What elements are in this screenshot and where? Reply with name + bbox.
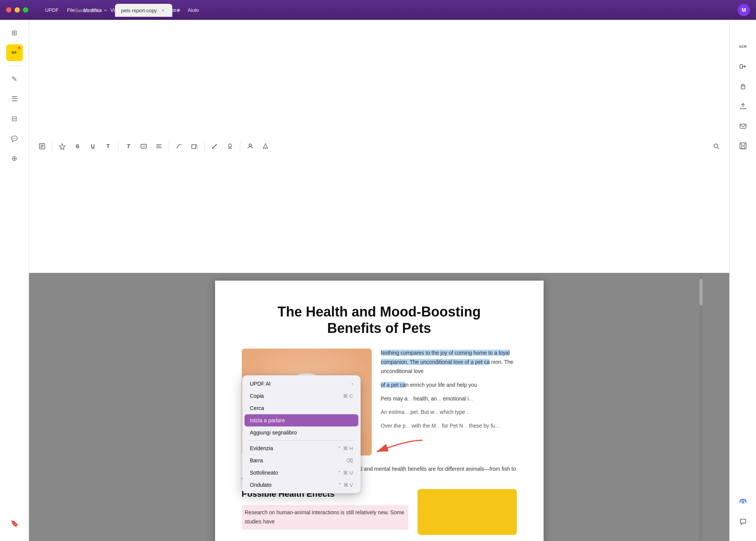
tab-senza-titolo[interactable]: Senza titolo ✏	[69, 4, 113, 17]
upload-icon	[739, 102, 747, 110]
sidebar-icon-bookmark[interactable]: 🔖	[6, 515, 23, 532]
toolbar-draw-btn[interactable]	[172, 139, 186, 153]
sidebar-icon-pages-list[interactable]: ☰	[6, 90, 23, 107]
submenu-arrow-icon: ›	[351, 381, 353, 386]
sidebar-icon-highlight[interactable]: ✏	[6, 44, 23, 61]
sidebar-icon-form[interactable]: ⊟	[6, 110, 23, 127]
context-item-ondulato[interactable]: Ondulato ⌃ ⌘ V	[244, 479, 358, 491]
toolbar-strikethrough-btn[interactable]: S	[71, 139, 84, 153]
context-label-sottolineato: Sottolineato	[250, 470, 278, 476]
context-item-updf-ai[interactable]: UPDF AI ›	[244, 378, 358, 390]
toolbar-pen-btn[interactable]	[208, 139, 222, 153]
toolbar-sep-5	[240, 141, 240, 152]
toolbar-stamp-btn[interactable]	[223, 139, 237, 153]
toolbar-underline-btn[interactable]: U	[86, 139, 100, 153]
bookmark-icon: 🔖	[10, 519, 19, 528]
sidebar-right-chat[interactable]	[735, 514, 751, 530]
underline-icon: U	[91, 143, 95, 149]
sidebar-right-convert[interactable]	[735, 58, 751, 75]
pages-icon: ⊞	[11, 29, 17, 37]
context-shortcut-sottolineato: ⌃ ⌘ U	[337, 470, 353, 476]
toolbar-sep-2	[118, 141, 118, 152]
context-shortcut-ondulato: ⌃ ⌘ V	[338, 482, 353, 488]
sidebar-icon-pages[interactable]: ⊞	[6, 24, 23, 41]
sidebar-right-email[interactable]	[735, 118, 751, 134]
edit-icon: ✏	[104, 8, 107, 13]
toolbar-text-btn[interactable]: T	[101, 139, 115, 153]
sidebar-right-upload[interactable]	[735, 98, 751, 115]
close-button[interactable]	[6, 7, 11, 13]
scrollbar-track[interactable]	[699, 273, 703, 541]
toolbar-note-btn[interactable]	[35, 139, 49, 153]
form-icon: ⊟	[11, 115, 17, 123]
sidebar-icon-comment[interactable]: 💬	[6, 130, 23, 147]
tabs-bar: Senza titolo ✏ pets report-copy × +	[69, 4, 184, 17]
highlighted-text-cont: of a pet ca	[381, 382, 406, 388]
svg-rect-9	[192, 145, 196, 149]
traffic-lights	[6, 7, 28, 13]
context-item-cerca[interactable]: Cerca	[244, 402, 358, 414]
context-item-aggiungi[interactable]: Aggiungi segnalibro	[244, 426, 358, 439]
context-menu: UPDF AI › Copia ⌘ C Cerca Inizia a parla…	[242, 375, 361, 493]
svg-line-10	[196, 144, 197, 148]
new-tab-button[interactable]: +	[174, 6, 184, 15]
strikethrough-icon: S	[76, 143, 79, 149]
context-shortcut-evidenzia: ⌃ ⌘ H	[337, 446, 353, 451]
context-shortcut-copia: ⌘ C	[343, 393, 353, 399]
doc-highlighted-para: Research on human-animal interactions is…	[242, 505, 408, 530]
doc-text-cont1: n enrich your life and help you	[406, 382, 477, 388]
doc-title: The Health and Mood-Boosting Benefits of…	[242, 304, 517, 336]
doc-viewport[interactable]: The Health and Mood-Boosting Benefits of…	[29, 273, 729, 541]
doc-paragraph-pets: Pets may a... health, an... emotional i.…	[381, 394, 517, 404]
toolbar-highlight-btn[interactable]	[55, 139, 69, 153]
context-item-sottolineato[interactable]: Sottolineato ⌃ ⌘ U	[244, 467, 358, 479]
menu-updf[interactable]: UPDF	[41, 6, 62, 15]
sidebar-icon-layers[interactable]: ⊕	[6, 150, 23, 167]
sidebar-right-save[interactable]	[735, 137, 751, 154]
toolbar-user-btn[interactable]	[243, 139, 257, 153]
minimize-button[interactable]	[15, 7, 20, 13]
svg-point-12	[228, 144, 231, 147]
sidebar-right-lock[interactable]	[735, 78, 751, 95]
maximize-button[interactable]	[23, 7, 28, 13]
profile-avatar[interactable]: M	[738, 4, 750, 16]
context-item-evidenzia[interactable]: Evidenzia ⌃ ⌘ H	[244, 442, 358, 454]
sidebar-right-ocr[interactable]: OCR	[735, 38, 751, 55]
tab-close-button[interactable]: ×	[160, 7, 166, 13]
arrow-indicator	[369, 436, 430, 461]
sidebar-icon-edit[interactable]: ✎	[6, 71, 23, 87]
svg-point-11	[212, 147, 214, 149]
context-item-barra[interactable]: Barra ⌫	[244, 454, 358, 467]
context-item-inizia[interactable]: Inizia a parlare	[244, 414, 358, 426]
toolbar-align-btn[interactable]	[152, 139, 166, 153]
toolbar-search-btn[interactable]	[709, 139, 723, 153]
rainbow-icon	[739, 498, 747, 506]
svg-point-14	[714, 144, 718, 148]
sidebar-right-rainbow[interactable]	[735, 494, 751, 510]
context-label-evidenzia: Evidenzia	[250, 445, 273, 451]
scrollbar-thumb[interactable]	[699, 279, 703, 305]
toolbar: S U T T	[29, 20, 729, 273]
toolbar-color-btn[interactable]	[259, 139, 272, 153]
yellow-image-box	[418, 489, 517, 535]
toolbar-sep-3	[169, 141, 169, 152]
context-label-aggiungi: Aggiungi segnalibro	[250, 430, 297, 436]
menu-aiuto[interactable]: Aiuto	[184, 6, 203, 15]
svg-rect-39	[741, 86, 745, 89]
highlight-icon: ✏	[11, 48, 17, 57]
context-label-cerca: Cerca	[250, 405, 264, 411]
text2-icon: T	[127, 143, 130, 149]
notification-dot	[18, 47, 21, 49]
comment-icon: 💬	[11, 136, 18, 142]
ocr-icon: OCR	[739, 45, 747, 48]
context-label-copia: Copia	[250, 393, 264, 399]
lock-icon	[739, 82, 747, 90]
toolbar-text2-btn[interactable]: T	[121, 139, 135, 153]
doc-paragraph-1: An estima... pet. But w... which type...	[381, 408, 517, 417]
toolbar-shape-btn[interactable]	[188, 139, 201, 153]
convert-icon	[739, 63, 747, 70]
pages-list-icon: ☰	[11, 95, 18, 103]
toolbar-textbox-btn[interactable]	[137, 139, 151, 153]
tab-pets-report[interactable]: pets report-copy ×	[115, 4, 172, 17]
context-item-copia[interactable]: Copia ⌘ C	[244, 390, 358, 402]
